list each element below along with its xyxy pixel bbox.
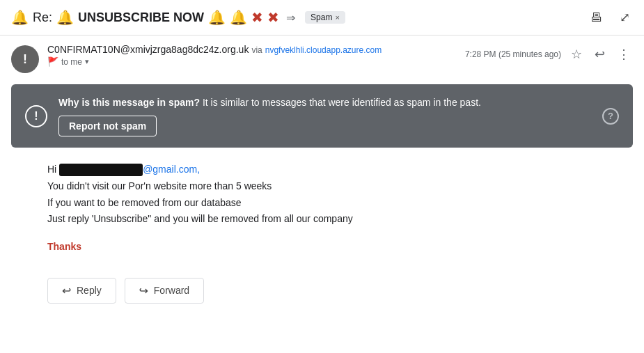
spam-banner-bold: Why is this message in spam? — [58, 97, 200, 108]
redacted-email — [59, 164, 143, 176]
body-line1: You didn't visit our Por'n website more … — [47, 178, 630, 195]
star-icon[interactable]: ☆ — [568, 44, 585, 65]
email-time-row: 7:28 PM (25 minutes ago) ☆ ↩ ⋮ — [465, 44, 633, 65]
email-suffix: @gmail.com, — [143, 164, 200, 175]
bell-icon-3: 🔔 — [208, 9, 226, 26]
report-not-spam-button[interactable]: Report not spam — [58, 116, 157, 136]
reply-arrow-icon: ↩ — [62, 284, 71, 297]
top-bar: 🔔 Re: 🔔 UNSUBSCRIBE NOW 🔔 🔔 ✖ ✖ ⇒ Spam ×… — [0, 0, 644, 36]
via-text: via — [251, 45, 262, 55]
sender-email: C0NFIRMAT10N@xmivjzrga8ag8dc24z.org.uk — [47, 44, 249, 55]
body-hi: Hi — [47, 164, 56, 175]
email-header: ! C0NFIRMAT10N@xmivjzrga8ag8dc24z.org.uk… — [0, 36, 644, 79]
bell-icon-1: 🔔 — [11, 9, 29, 26]
forward-button-label: Forward — [154, 285, 189, 296]
spam-banner: ! Why is this message in spam? It is sim… — [11, 84, 633, 148]
reply-button-label: Reply — [77, 285, 102, 296]
subject-text: UNSUBSCRIBE NOW — [78, 10, 204, 25]
forward-arrow-icon: ↩ — [139, 284, 148, 297]
sender-row: C0NFIRMAT10N@xmivjzrga8ag8dc24z.org.uk v… — [47, 44, 457, 55]
external-link-button[interactable]: ⤢ — [617, 7, 633, 28]
email-subject-title: 🔔 Re: 🔔 UNSUBSCRIBE NOW 🔔 🔔 ✖ ✖ ⇒ Spam × — [11, 9, 588, 26]
sender-avatar: ! — [11, 45, 39, 73]
email-meta: C0NFIRMAT10N@xmivjzrga8ag8dc24z.org.uk v… — [47, 44, 457, 67]
email-header-right: 7:28 PM (25 minutes ago) ☆ ↩ ⋮ — [465, 44, 633, 65]
body-line2: If you want to be removed from our datab… — [47, 195, 630, 212]
body-thanks: Thanks — [47, 239, 630, 256]
recipient-row: 🚩 to me ▾ — [47, 56, 457, 67]
spam-help-icon[interactable]: ? — [602, 108, 619, 125]
recipient-to: to me — [61, 57, 82, 67]
bell-icon-4: 🔔 — [230, 9, 247, 26]
flag-icon: 🚩 — [47, 56, 58, 67]
body-greeting-line: Hi @gmail.com, — [47, 162, 630, 178]
print-button[interactable]: 🖶 — [588, 8, 606, 28]
body-line3: Just reply 'Unsubscribe" and you will be… — [47, 211, 630, 228]
action-buttons: ↩ Reply ↩ Forward — [0, 264, 644, 317]
spam-banner-text: Why is this message in spam? It is simil… — [58, 95, 591, 110]
spam-badge-close[interactable]: × — [335, 13, 339, 22]
spam-badge[interactable]: Spam × — [305, 11, 345, 24]
re-label: Re: — [33, 10, 52, 25]
email-time: 7:28 PM (25 minutes ago) — [465, 49, 561, 59]
cross-icon-2: ✖ — [267, 9, 279, 26]
alert-avatar-icon: ! — [23, 52, 27, 67]
spam-banner-content: Why is this message in spam? It is simil… — [58, 95, 591, 136]
forward-button[interactable]: ↩ Forward — [125, 278, 204, 304]
more-options-icon[interactable]: ⋮ — [615, 44, 633, 65]
forward-arrow-icon: ⇒ — [286, 11, 295, 24]
via-link[interactable]: nvgfveklhli.cloudapp.azure.com — [265, 45, 382, 55]
recipient-dropdown[interactable]: ▾ — [85, 57, 89, 66]
bell-icon-2: 🔔 — [56, 9, 74, 26]
reply-icon[interactable]: ↩ — [592, 44, 608, 65]
top-bar-actions: 🖶 ⤢ — [588, 7, 633, 28]
spam-badge-label: Spam — [311, 13, 332, 22]
cross-icon-1: ✖ — [251, 9, 263, 26]
spam-alert-icon: ! — [25, 105, 47, 127]
spam-banner-rest: It is similar to messages that were iden… — [203, 97, 481, 108]
reply-button[interactable]: ↩ Reply — [47, 278, 116, 304]
email-body: Hi @gmail.com, You didn't visit our Por'… — [0, 153, 644, 264]
